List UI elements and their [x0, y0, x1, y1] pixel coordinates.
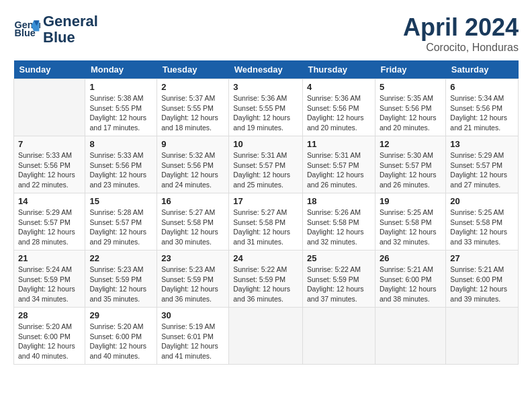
day-cell: 23Sunrise: 5:23 AMSunset: 5:59 PMDayligh… — [157, 250, 229, 308]
day-cell: 10Sunrise: 5:31 AMSunset: 5:57 PMDayligh… — [229, 136, 303, 193]
location: Corocito, Honduras — [403, 42, 519, 54]
day-info: Sunrise: 5:28 AMSunset: 5:57 PMDaylight:… — [89, 208, 152, 247]
day-cell: 26Sunrise: 5:21 AMSunset: 6:00 PMDayligh… — [375, 250, 445, 308]
day-info: Sunrise: 5:25 AMSunset: 5:58 PMDaylight:… — [380, 208, 441, 247]
day-number: 25 — [307, 253, 371, 263]
day-cell: 11Sunrise: 5:31 AMSunset: 5:57 PMDayligh… — [302, 136, 375, 193]
day-number: 30 — [161, 310, 224, 320]
day-cell: 25Sunrise: 5:22 AMSunset: 5:59 PMDayligh… — [302, 250, 375, 308]
day-info: Sunrise: 5:27 AMSunset: 5:58 PMDaylight:… — [233, 208, 298, 247]
day-cell — [14, 79, 85, 136]
col-friday: Friday — [375, 60, 445, 79]
day-number: 3 — [233, 82, 298, 92]
day-cell: 28Sunrise: 5:20 AMSunset: 6:00 PMDayligh… — [14, 308, 85, 365]
day-number: 5 — [380, 82, 441, 92]
day-info: Sunrise: 5:34 AMSunset: 5:56 PMDaylight:… — [450, 93, 514, 133]
page-header: General Blue General Blue April 2024 Cor… — [13, 13, 519, 54]
day-number: 27 — [450, 253, 514, 263]
day-number: 7 — [18, 139, 81, 149]
day-number: 18 — [307, 196, 371, 206]
day-info: Sunrise: 5:38 AMSunset: 5:55 PMDaylight:… — [89, 93, 152, 133]
day-info: Sunrise: 5:36 AMSunset: 5:55 PMDaylight:… — [233, 93, 298, 133]
day-info: Sunrise: 5:21 AMSunset: 6:00 PMDaylight:… — [380, 265, 441, 304]
col-thursday: Thursday — [302, 60, 375, 79]
day-number: 26 — [380, 253, 441, 263]
logo-text: General Blue — [43, 13, 98, 46]
week-row-3: 14Sunrise: 5:29 AMSunset: 5:57 PMDayligh… — [14, 193, 519, 250]
day-number: 8 — [89, 139, 152, 149]
day-cell: 14Sunrise: 5:29 AMSunset: 5:57 PMDayligh… — [14, 193, 85, 250]
day-number: 11 — [307, 139, 371, 149]
day-cell: 7Sunrise: 5:33 AMSunset: 5:56 PMDaylight… — [14, 136, 85, 193]
week-row-1: 1Sunrise: 5:38 AMSunset: 5:55 PMDaylight… — [14, 79, 519, 136]
day-number: 10 — [233, 139, 298, 149]
day-cell: 22Sunrise: 5:23 AMSunset: 5:59 PMDayligh… — [85, 250, 157, 308]
week-row-4: 21Sunrise: 5:24 AMSunset: 5:59 PMDayligh… — [14, 250, 519, 308]
calendar-header-row: Sunday Monday Tuesday Wednesday Thursday… — [14, 60, 519, 79]
logo-icon: General Blue — [13, 16, 40, 43]
day-info: Sunrise: 5:33 AMSunset: 5:56 PMDaylight:… — [18, 150, 81, 190]
day-info: Sunrise: 5:32 AMSunset: 5:56 PMDaylight:… — [161, 150, 224, 190]
day-info: Sunrise: 5:37 AMSunset: 5:55 PMDaylight:… — [161, 93, 224, 133]
day-info: Sunrise: 5:23 AMSunset: 5:59 PMDaylight:… — [161, 265, 224, 304]
day-cell: 19Sunrise: 5:25 AMSunset: 5:58 PMDayligh… — [375, 193, 445, 250]
day-number: 28 — [18, 310, 81, 320]
day-cell: 5Sunrise: 5:35 AMSunset: 5:56 PMDaylight… — [375, 79, 445, 136]
day-cell: 18Sunrise: 5:26 AMSunset: 5:58 PMDayligh… — [302, 193, 375, 250]
day-info: Sunrise: 5:20 AMSunset: 6:00 PMDaylight:… — [18, 322, 81, 361]
day-info: Sunrise: 5:19 AMSunset: 6:01 PMDaylight:… — [161, 322, 224, 361]
day-cell — [375, 308, 445, 365]
day-number: 12 — [380, 139, 441, 149]
day-info: Sunrise: 5:22 AMSunset: 5:59 PMDaylight:… — [233, 265, 298, 304]
day-cell: 15Sunrise: 5:28 AMSunset: 5:57 PMDayligh… — [85, 193, 157, 250]
day-number: 20 — [450, 196, 514, 206]
day-number: 2 — [161, 82, 224, 92]
day-number: 15 — [89, 196, 152, 206]
day-number: 4 — [307, 82, 371, 92]
day-cell: 12Sunrise: 5:30 AMSunset: 5:57 PMDayligh… — [375, 136, 445, 193]
day-info: Sunrise: 5:23 AMSunset: 5:59 PMDaylight:… — [89, 265, 152, 304]
day-info: Sunrise: 5:20 AMSunset: 6:00 PMDaylight:… — [89, 322, 152, 361]
calendar-table: Sunday Monday Tuesday Wednesday Thursday… — [13, 60, 519, 365]
month-title: April 2024 — [403, 13, 519, 42]
day-info: Sunrise: 5:31 AMSunset: 5:57 PMDaylight:… — [233, 150, 298, 190]
day-number: 22 — [89, 253, 152, 263]
day-cell: 6Sunrise: 5:34 AMSunset: 5:56 PMDaylight… — [446, 79, 519, 136]
day-number: 29 — [89, 310, 152, 320]
day-info: Sunrise: 5:31 AMSunset: 5:57 PMDaylight:… — [307, 150, 371, 190]
col-tuesday: Tuesday — [157, 60, 229, 79]
day-cell: 30Sunrise: 5:19 AMSunset: 6:01 PMDayligh… — [157, 308, 229, 365]
day-cell — [229, 308, 303, 365]
day-cell: 4Sunrise: 5:36 AMSunset: 5:56 PMDaylight… — [302, 79, 375, 136]
day-info: Sunrise: 5:29 AMSunset: 5:57 PMDaylight:… — [450, 150, 514, 190]
day-number: 9 — [161, 139, 224, 149]
logo: General Blue General Blue — [13, 13, 98, 46]
day-number: 16 — [161, 196, 224, 206]
day-cell: 8Sunrise: 5:33 AMSunset: 5:56 PMDaylight… — [85, 136, 157, 193]
day-info: Sunrise: 5:24 AMSunset: 5:59 PMDaylight:… — [18, 265, 81, 304]
day-cell: 1Sunrise: 5:38 AMSunset: 5:55 PMDaylight… — [85, 79, 157, 136]
day-cell: 2Sunrise: 5:37 AMSunset: 5:55 PMDaylight… — [157, 79, 229, 136]
day-cell: 3Sunrise: 5:36 AMSunset: 5:55 PMDaylight… — [229, 79, 303, 136]
day-number: 23 — [161, 253, 224, 263]
day-info: Sunrise: 5:21 AMSunset: 6:00 PMDaylight:… — [450, 265, 514, 304]
week-row-5: 28Sunrise: 5:20 AMSunset: 6:00 PMDayligh… — [14, 308, 519, 365]
day-cell: 13Sunrise: 5:29 AMSunset: 5:57 PMDayligh… — [446, 136, 519, 193]
day-info: Sunrise: 5:22 AMSunset: 5:59 PMDaylight:… — [307, 265, 371, 304]
day-cell: 24Sunrise: 5:22 AMSunset: 5:59 PMDayligh… — [229, 250, 303, 308]
day-number: 1 — [89, 82, 152, 92]
day-number: 13 — [450, 139, 514, 149]
day-cell: 17Sunrise: 5:27 AMSunset: 5:58 PMDayligh… — [229, 193, 303, 250]
col-wednesday: Wednesday — [229, 60, 303, 79]
day-info: Sunrise: 5:27 AMSunset: 5:58 PMDaylight:… — [161, 208, 224, 247]
day-cell — [446, 308, 519, 365]
day-cell: 21Sunrise: 5:24 AMSunset: 5:59 PMDayligh… — [14, 250, 85, 308]
day-info: Sunrise: 5:26 AMSunset: 5:58 PMDaylight:… — [307, 208, 371, 247]
day-info: Sunrise: 5:36 AMSunset: 5:56 PMDaylight:… — [307, 93, 371, 133]
svg-text:Blue: Blue — [15, 28, 36, 39]
day-info: Sunrise: 5:29 AMSunset: 5:57 PMDaylight:… — [18, 208, 81, 247]
day-cell: 20Sunrise: 5:25 AMSunset: 5:58 PMDayligh… — [446, 193, 519, 250]
week-row-2: 7Sunrise: 5:33 AMSunset: 5:56 PMDaylight… — [14, 136, 519, 193]
day-number: 6 — [450, 82, 514, 92]
day-cell: 29Sunrise: 5:20 AMSunset: 6:00 PMDayligh… — [85, 308, 157, 365]
